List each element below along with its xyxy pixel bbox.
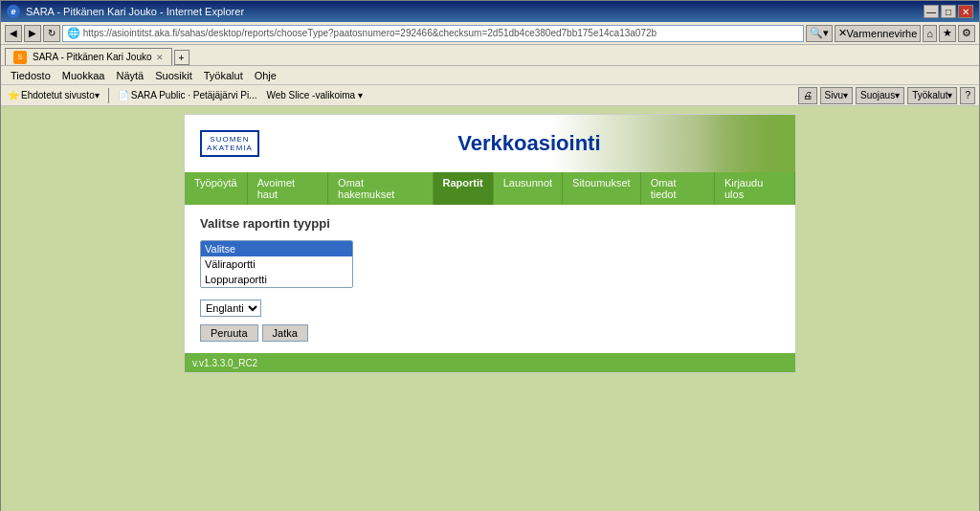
address-bar[interactable]: 🌐 https://asiointitst.aka.fi/sahas/deskt… [62, 25, 804, 42]
title-bar-controls: — □ ✕ [924, 5, 973, 18]
option-valitse[interactable]: Valitse [201, 241, 352, 256]
forward-button[interactable]: ▶ [24, 25, 41, 42]
menu-suosikit[interactable]: Suosikit [149, 68, 198, 83]
refresh-button[interactable]: ↻ [43, 25, 60, 42]
favorites-bar: ⭐ Ehdotetut sivusto▾ 📄 SARA Public · Pet… [1, 85, 979, 106]
print-button[interactable]: 🖨 [798, 87, 817, 104]
option-loppuraportti[interactable]: Loppuraportti [201, 272, 352, 287]
page-footer: v.v1.3.3.0_RC2 [185, 353, 795, 372]
menu-muokkaa[interactable]: Muokkaa [56, 68, 111, 83]
version-label: v.v1.3.3.0_RC2 [192, 358, 257, 368]
webslice-label: Web Slice -valikoima ▾ [266, 90, 362, 100]
tab-bar: S SARA - Pitkänen Kari Jouko ✕ + [1, 45, 979, 66]
menu-tyokalut[interactable]: Työkalut [198, 68, 249, 83]
form-area: Valitse raportin tyyppi Valitse Välirapo… [185, 205, 795, 353]
nav-tab-omat-hakemukset[interactable]: Omat hakemukset [328, 172, 433, 205]
title-bar: e SARA - Pitkänen Kari Jouko - Internet … [1, 1, 979, 22]
page-content: SUOMEN AKATEMIA Verkkoasiointi Työpöytä … [184, 114, 796, 373]
window-title: SARA - Pitkänen Kari Jouko - Internet Ex… [26, 6, 244, 17]
content-area: SUOMEN AKATEMIA Verkkoasiointi Työpöytä … [1, 106, 979, 511]
error-button[interactable]: ✕ Varmennevirhe [835, 25, 922, 42]
browser-window: e SARA - Pitkänen Kari Jouko - Internet … [0, 0, 980, 511]
menu-nayta[interactable]: Näytä [110, 68, 149, 83]
nav-tab-sitoumukset[interactable]: Sitoumukset [563, 172, 641, 205]
webslice-button[interactable]: Web Slice -valikoima ▾ [263, 89, 365, 101]
title-bar-left: e SARA - Pitkänen Kari Jouko - Internet … [7, 5, 244, 18]
ie-logo-icon: e [7, 5, 20, 18]
menu-bar: Tiedosto Muokkaa Näytä Suosikit Työkalut… [1, 66, 979, 85]
logo-akatemia: AKATEMIA [207, 144, 253, 152]
separator-1 [108, 88, 109, 103]
option-valiraportti[interactable]: Väliraportti [201, 256, 352, 272]
nav-tab-omat-tiedot[interactable]: Omat tiedot [641, 172, 715, 205]
nav-tab-tyopoyta[interactable]: Työpöytä [185, 172, 248, 205]
new-tab-button[interactable]: + [174, 50, 189, 65]
sara-fav-icon: 📄 [118, 90, 129, 100]
favorites-button[interactable]: ★ [939, 25, 956, 42]
button-row: Peruuta Jatka [200, 324, 780, 342]
suggested-sites-button[interactable]: ⭐ Ehdotetut sivusto▾ [5, 89, 102, 101]
address-bar-area: ◀ ▶ ↻ 🌐 https://asiointitst.aka.fi/sahas… [1, 22, 979, 45]
tools-button[interactable]: Työkalut▾ [907, 87, 957, 104]
home-button[interactable]: ⌂ [923, 25, 937, 42]
report-type-select[interactable]: Valitse Väliraportti Loppuraportti [200, 240, 353, 288]
nav-tab-avoimet[interactable]: Avoimet haut [248, 172, 328, 205]
language-select[interactable]: Englanti Suomi [200, 300, 261, 317]
nav-tab-lausunnot[interactable]: Lausunnot [494, 172, 563, 205]
logo-area: SUOMEN AKATEMIA [200, 130, 278, 157]
back-button[interactable]: ◀ [5, 25, 22, 42]
sara-tab-icon: S [13, 51, 27, 64]
close-button[interactable]: ✕ [958, 5, 973, 18]
nav-tab-raportit[interactable]: Raportit [434, 172, 494, 205]
cancel-button[interactable]: Peruuta [200, 324, 258, 342]
help-button[interactable]: ? [960, 87, 975, 104]
browser-tab-1[interactable]: S SARA - Pitkänen Kari Jouko ✕ [5, 48, 172, 65]
lang-row: Englanti Suomi [200, 294, 780, 317]
security-button[interactable]: Suojaus▾ [856, 87, 904, 104]
minimize-button[interactable]: — [924, 5, 939, 18]
globe-icon: 🌐 [67, 27, 80, 39]
settings-icon-button[interactable]: ⚙ [958, 25, 975, 42]
page-button[interactable]: Sivu▾ [820, 87, 853, 104]
star-icon: ⭐ [8, 90, 19, 100]
suggested-label: Ehdotetut sivusto▾ [21, 90, 100, 100]
maximize-button[interactable]: □ [941, 5, 956, 18]
browser-tab-1-label: SARA - Pitkänen Kari Jouko [33, 52, 152, 62]
nav-tabs: Työpöytä Avoimet haut Omat hakemukset Ra… [185, 172, 795, 205]
menu-tiedosto[interactable]: Tiedosto [5, 68, 56, 83]
logo-box: SUOMEN AKATEMIA [200, 130, 259, 157]
search-button[interactable]: 🔍▾ [806, 25, 833, 42]
tab-close-icon[interactable]: ✕ [156, 53, 164, 62]
sara-public-label: SARA Public · Petäjäjärvi Pi... [131, 90, 257, 100]
section-title: Valitse raportin tyyppi [200, 216, 780, 231]
nav-tab-kirjaudu[interactable]: Kirjaudu ulos [715, 172, 795, 205]
header-decoration [700, 115, 795, 172]
menu-ohje[interactable]: Ohje [249, 68, 282, 83]
page-header: SUOMEN AKATEMIA Verkkoasiointi [185, 115, 795, 172]
sara-public-link[interactable]: 📄 SARA Public · Petäjäjärvi Pi... [115, 89, 260, 101]
next-button[interactable]: Jatka [262, 324, 308, 342]
logo-suomen: SUOMEN [210, 135, 249, 144]
page-wrapper: SUOMEN AKATEMIA Verkkoasiointi Työpöytä … [1, 106, 979, 381]
address-text: https://asiointitst.aka.fi/sahas/desktop… [80, 28, 657, 38]
